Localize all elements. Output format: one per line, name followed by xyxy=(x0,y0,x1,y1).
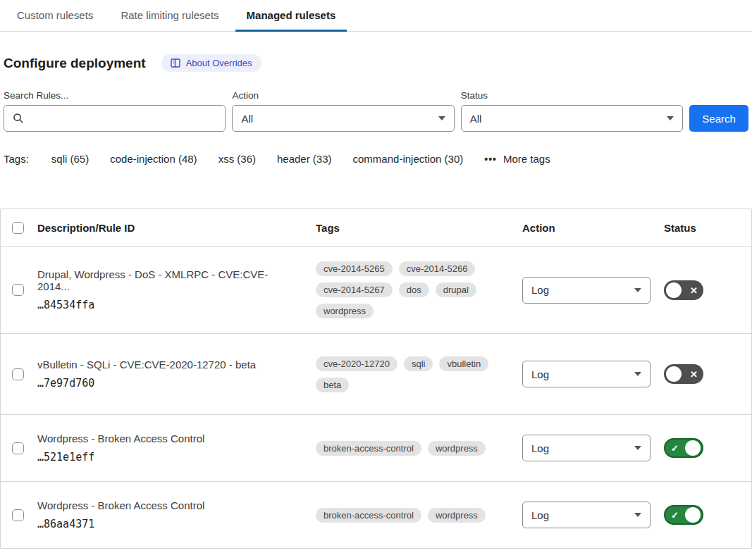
toggle-knob xyxy=(666,366,682,382)
column-header-action: Action xyxy=(522,222,664,234)
ruleset-tabs: Custom rulesets Rate limiting rulesets M… xyxy=(0,0,752,32)
rule-action-select[interactable]: Log xyxy=(522,502,651,528)
tag-pill: wordpress xyxy=(316,304,374,318)
tag-pill: cve-2014-5267 xyxy=(316,282,393,297)
tag-pill: beta xyxy=(316,378,349,392)
rule-id: …7e97d760 xyxy=(37,377,299,390)
book-icon xyxy=(171,58,180,68)
chevron-down-icon xyxy=(667,116,674,120)
search-rules-label: Search Rules... xyxy=(4,90,226,101)
tags-bar: Tags: sqli (65) code-injection (48) xss … xyxy=(4,153,748,165)
rule-description: Wordpress - Broken Access Control xyxy=(37,433,299,444)
column-header-description: Description/Rule ID xyxy=(37,222,316,234)
tag-pill: cve-2014-5266 xyxy=(399,261,476,276)
heading-row: Configure deployment About Overrides xyxy=(4,54,748,72)
table-header-row: Description/Rule ID Tags Action Status xyxy=(1,209,751,246)
chevron-down-icon xyxy=(438,116,445,120)
rule-action-select[interactable]: Log xyxy=(522,435,651,461)
chevron-down-icon xyxy=(634,446,641,450)
tag-pill: wordpress xyxy=(428,508,486,523)
table-row: Wordpress - Broken Access Control …521e1… xyxy=(1,414,751,481)
chevron-down-icon xyxy=(634,372,641,376)
select-all-checkbox[interactable] xyxy=(12,222,24,234)
rule-description: vBulletin - SQLi - CVE:CVE-2020-12720 - … xyxy=(37,359,299,371)
tag-pill: wordpress xyxy=(428,441,486,456)
rule-status-toggle[interactable]: ✕ xyxy=(664,280,703,300)
rule-action-select[interactable]: Log xyxy=(522,361,651,387)
table-row: Wordpress - Broken Access Control …86aa4… xyxy=(1,481,751,548)
chevron-down-icon xyxy=(634,288,641,292)
tab-rate-limiting-rulesets[interactable]: Rate limiting rulesets xyxy=(109,0,230,32)
status-filter-select[interactable]: All xyxy=(461,105,683,132)
tag-filter-code-injection[interactable]: code-injection (48) xyxy=(110,153,197,165)
tab-custom-rulesets[interactable]: Custom rulesets xyxy=(6,0,104,32)
rule-tags: broken-access-control wordpress xyxy=(316,495,500,535)
search-input[interactable] xyxy=(30,113,216,125)
row-checkbox[interactable] xyxy=(12,509,24,521)
column-header-status: Status xyxy=(664,222,751,234)
tag-pill: broken-access-control xyxy=(316,508,421,523)
rule-status-toggle[interactable]: ✕ xyxy=(664,364,703,384)
rule-action-value: Log xyxy=(531,509,549,521)
x-icon: ✕ xyxy=(690,369,698,380)
rule-description: Wordpress - Broken Access Control xyxy=(37,499,299,511)
action-filter-label: Action xyxy=(232,90,454,101)
search-button[interactable]: Search xyxy=(689,105,748,132)
toggle-knob xyxy=(685,440,701,456)
rule-action-value: Log xyxy=(531,442,549,454)
tags-bar-label: Tags: xyxy=(4,153,29,165)
rule-id: …86aa4371 xyxy=(37,518,299,530)
about-overrides-label: About Overrides xyxy=(186,58,252,68)
more-tags-button[interactable]: ••• More tags xyxy=(484,153,550,165)
rule-status-toggle[interactable]: ✓ xyxy=(664,505,703,525)
more-tags-label: More tags xyxy=(503,153,550,165)
tag-pill: sqli xyxy=(404,356,433,371)
tag-filter-xss[interactable]: xss (36) xyxy=(218,153,256,165)
status-filter-value: All xyxy=(470,113,482,125)
row-checkbox[interactable] xyxy=(12,284,24,296)
search-icon xyxy=(13,113,24,124)
chevron-down-icon xyxy=(634,513,641,517)
tag-pill: drupal xyxy=(436,282,476,297)
rule-action-value: Log xyxy=(531,368,549,380)
action-filter-select[interactable]: All xyxy=(232,105,454,132)
rule-description: Drupal, Wordpress - DoS - XMLRPC - CVE:C… xyxy=(37,268,299,292)
rules-table: Description/Rule ID Tags Action Status D… xyxy=(0,209,752,549)
toggle-knob xyxy=(685,507,701,523)
status-filter-label: Status xyxy=(461,90,683,101)
table-row: Drupal, Wordpress - DoS - XMLRPC - CVE:C… xyxy=(1,246,751,333)
table-row: vBulletin - SQLi - CVE:CVE-2020-12720 - … xyxy=(1,333,751,414)
rule-status-toggle[interactable]: ✓ xyxy=(664,438,703,458)
tag-filter-sqli[interactable]: sqli (65) xyxy=(51,153,89,165)
row-checkbox[interactable] xyxy=(12,442,24,454)
check-icon: ✓ xyxy=(671,510,679,521)
ellipsis-icon: ••• xyxy=(484,154,497,165)
rule-tags: cve-2014-5265 cve-2014-5266 cve-2014-526… xyxy=(316,249,500,331)
tag-pill: dos xyxy=(399,282,429,297)
filters-row: Search Rules... Action All Status All xyxy=(4,90,748,132)
about-overrides-badge[interactable]: About Overrides xyxy=(161,54,261,72)
rule-tags: cve-2020-12720 sqli vbulletin beta xyxy=(316,344,500,405)
tag-filter-header[interactable]: header (33) xyxy=(277,153,332,165)
tag-pill: cve-2014-5265 xyxy=(316,261,393,276)
search-input-wrapper xyxy=(4,105,226,132)
rule-action-select[interactable]: Log xyxy=(522,277,651,304)
rule-action-value: Log xyxy=(531,284,549,296)
tab-managed-rulesets[interactable]: Managed rulesets xyxy=(235,0,347,32)
tag-pill: cve-2020-12720 xyxy=(316,356,397,371)
x-icon: ✕ xyxy=(690,285,698,295)
rule-tags: broken-access-control wordpress xyxy=(316,428,500,468)
tag-pill: vbulletin xyxy=(439,356,488,371)
column-header-tags: Tags xyxy=(316,222,522,234)
check-icon: ✓ xyxy=(671,443,679,454)
tag-pill: broken-access-control xyxy=(316,441,421,456)
rule-id: …521e1eff xyxy=(37,451,299,463)
page-title: Configure deployment xyxy=(4,56,146,71)
row-checkbox[interactable] xyxy=(12,368,24,380)
tag-filter-command-injection[interactable]: command-injection (30) xyxy=(353,153,464,165)
toggle-knob xyxy=(666,282,682,298)
action-filter-value: All xyxy=(241,113,253,125)
rule-id: …84534ffa xyxy=(37,299,299,311)
